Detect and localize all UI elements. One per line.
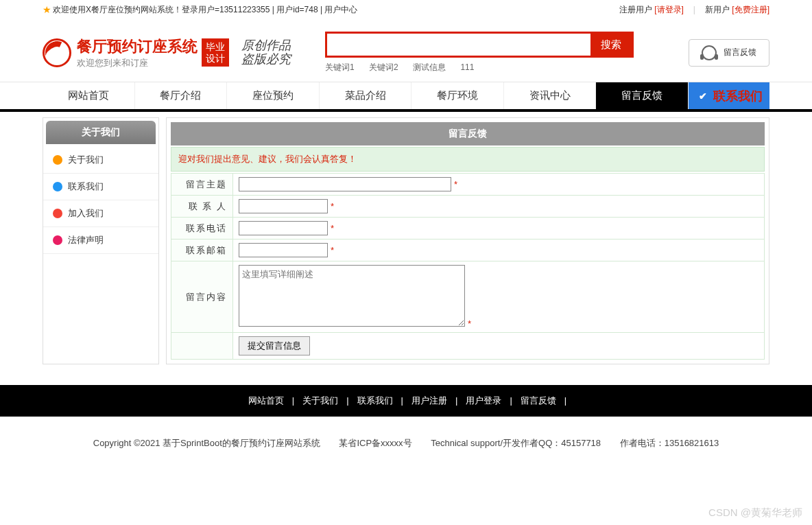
site-subtitle: 欢迎您到来和订座 bbox=[77, 57, 198, 69]
main-panel: 留言反馈 迎对我们提出意见、建议，我们会认真答复！ 留言主题 * 联 系 人 *… bbox=[166, 117, 769, 364]
sidebar: 关于我们 关于我们联系我们加入我们法律声明 bbox=[43, 117, 159, 364]
sidebar-icon bbox=[53, 155, 62, 165]
footer-link[interactable]: 关于我们 bbox=[302, 395, 338, 406]
search-button[interactable]: 搜索 bbox=[590, 34, 632, 56]
free-register-link[interactable]: [免费注册] bbox=[732, 5, 769, 14]
required-icon: * bbox=[331, 201, 334, 211]
submit-button[interactable]: 提交留言信息 bbox=[239, 336, 310, 355]
search-input[interactable] bbox=[327, 34, 590, 56]
input-email[interactable] bbox=[239, 243, 328, 257]
sidebar-icon bbox=[53, 209, 62, 218]
badge: 毕业 设计 bbox=[202, 38, 229, 67]
copyright: Copyright ©2021 基于SprintBoot的餐厅预约订座网站系统 … bbox=[0, 417, 812, 470]
sidebar-icon bbox=[53, 182, 62, 191]
nav-item[interactable]: 网站首页 bbox=[43, 82, 135, 109]
required-icon: * bbox=[331, 223, 334, 233]
check-icon: ✔ bbox=[695, 89, 710, 104]
sidebar-item[interactable]: 关于我们 bbox=[43, 147, 158, 174]
welcome-text[interactable]: 欢迎使用X餐厅座位预约网站系统！登录用户=13511223355 | 用户id=… bbox=[53, 0, 357, 19]
feedback-button[interactable]: 留言反馈 bbox=[689, 39, 769, 67]
notice: 迎对我们提出意见、建议，我们会认真答复！ bbox=[171, 147, 765, 172]
sidebar-icon bbox=[53, 235, 62, 245]
label-name: 联 系 人 bbox=[171, 196, 233, 218]
nav-item[interactable]: 餐厅环境 bbox=[411, 82, 504, 109]
textarea-content[interactable] bbox=[239, 265, 465, 327]
sidebar-item[interactable]: 联系我们 bbox=[43, 174, 158, 200]
register-label: 注册用户 bbox=[619, 5, 652, 14]
required-icon: * bbox=[468, 318, 471, 329]
label-content: 留言内容 bbox=[171, 261, 233, 333]
input-name[interactable] bbox=[239, 199, 328, 213]
label-subject: 留言主题 bbox=[171, 174, 233, 196]
panel-title: 留言反馈 bbox=[171, 122, 765, 145]
sidebar-item[interactable]: 法律声明 bbox=[43, 227, 158, 254]
logo[interactable]: 餐厅预约订座系统 欢迎您到来和订座 毕业 设计 原创作品 盗版必究 bbox=[43, 36, 291, 69]
search-keywords: 关键词1 关键词2 测试信息 111 bbox=[325, 62, 675, 73]
required-icon: * bbox=[454, 179, 457, 189]
footer-link[interactable]: 留言反馈 bbox=[521, 395, 556, 406]
label-phone: 联系电话 bbox=[171, 218, 233, 240]
login-link[interactable]: [请登录] bbox=[654, 5, 684, 14]
sidebar-title: 关于我们 bbox=[46, 121, 156, 144]
site-title: 餐厅预约订座系统 bbox=[77, 36, 198, 57]
required-icon: * bbox=[331, 245, 334, 255]
input-phone[interactable] bbox=[239, 221, 328, 235]
star-icon: ★ bbox=[43, 0, 51, 19]
nav-item[interactable]: 菜品介绍 bbox=[320, 82, 412, 109]
logo-icon bbox=[43, 38, 71, 67]
nav-contact[interactable]: ✔联系我们 bbox=[689, 82, 769, 109]
nav-item[interactable]: 留言反馈 bbox=[596, 82, 689, 109]
footer-link[interactable]: 网站首页 bbox=[248, 395, 284, 406]
input-subject[interactable] bbox=[239, 177, 451, 191]
headset-icon bbox=[702, 45, 717, 60]
label-email: 联系邮箱 bbox=[171, 240, 233, 261]
footer-link[interactable]: 用户注册 bbox=[411, 395, 447, 406]
footer-link[interactable]: 用户登录 bbox=[466, 395, 501, 406]
nav-item[interactable]: 餐厅介绍 bbox=[135, 82, 228, 109]
sidebar-item[interactable]: 加入我们 bbox=[43, 200, 158, 227]
footer-link[interactable]: 联系我们 bbox=[357, 395, 393, 406]
new-user-label: 新用户 bbox=[705, 5, 730, 14]
nav-item[interactable]: 资讯中心 bbox=[504, 82, 597, 109]
calligraphy: 原创作品 盗版必究 bbox=[241, 39, 291, 67]
footer-nav: 网站首页|关于我们|联系我们|用户注册|用户登录|留言反馈| bbox=[0, 385, 812, 417]
nav-item[interactable]: 座位预约 bbox=[227, 82, 320, 109]
